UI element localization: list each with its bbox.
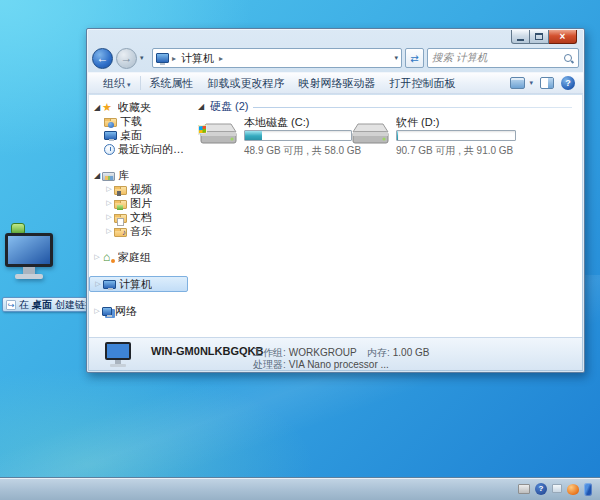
expander-icon[interactable] (92, 307, 102, 315)
explorer-window: 计算机 搜索 计算机 组织 系统属性 卸载或更改程序 映射网络驱动器 打开控制面… (86, 28, 585, 373)
address-dropdown-icon[interactable] (394, 54, 398, 62)
open-control-panel-button[interactable]: 打开控制面板 (383, 74, 463, 93)
uninstall-program-button[interactable]: 卸载或更改程序 (201, 74, 292, 93)
navigation-pane: 收藏夹 下载 桌面 最近访问的位置 库 (89, 95, 190, 337)
search-placeholder: 搜索 计算机 (432, 51, 563, 65)
sidebar-item-label: 网络 (115, 304, 137, 319)
bluetooth-icon[interactable] (584, 483, 592, 496)
documents-folder-icon (114, 214, 127, 223)
hard-drive-icon (350, 119, 390, 151)
back-button[interactable] (92, 48, 113, 69)
desktop-monitor-icon (104, 131, 117, 140)
expander-icon[interactable] (92, 253, 102, 261)
breadcrumb-arrow-icon[interactable] (219, 54, 223, 63)
sidebar-item-downloads[interactable]: 下载 (89, 114, 190, 128)
expander-icon[interactable] (104, 199, 114, 207)
computer-name: WIN-GM0NLKBGQKB (151, 345, 263, 357)
address-bar[interactable]: 计算机 (152, 48, 402, 68)
expander-icon[interactable] (104, 185, 114, 193)
preview-pane-button[interactable] (540, 77, 554, 89)
capacity-bar (396, 130, 516, 141)
views-icon (510, 77, 525, 89)
sidebar-item-label: 音乐 (130, 224, 152, 239)
close-button[interactable] (549, 30, 577, 44)
organize-button[interactable]: 组织 (96, 74, 138, 93)
expander-icon[interactable] (92, 171, 102, 180)
sidebar-item-recent-places[interactable]: 最近访问的位置 (89, 142, 190, 156)
pictures-folder-icon (114, 200, 127, 209)
maximize-button[interactable] (530, 30, 549, 44)
drive-group-header[interactable]: 硬盘 (2) (196, 99, 572, 114)
sidebar-item-libraries[interactable]: 库 (89, 168, 190, 182)
create-link-icon (6, 300, 16, 310)
sidebar-item-computer[interactable]: 计算机 (89, 276, 188, 292)
sidebar-item-desktop[interactable]: 桌面 (89, 128, 190, 142)
group-title: 硬盘 (2) (210, 99, 249, 114)
change-view-button[interactable] (510, 77, 533, 89)
sidebar-item-network[interactable]: 网络 (89, 304, 190, 318)
sidebar-item-homegroup[interactable]: 家庭组 (89, 250, 190, 264)
help-button[interactable] (561, 76, 575, 90)
map-network-drive-button[interactable]: 映射网络驱动器 (292, 74, 383, 93)
sidebar-item-label: 计算机 (119, 277, 152, 292)
expander-icon[interactable] (104, 213, 114, 221)
workgroup-value: WORKGROUP (289, 347, 357, 358)
minimize-button[interactable] (511, 30, 530, 44)
language-indicator-icon[interactable] (518, 484, 530, 494)
sidebar-item-videos[interactable]: 视频 (89, 182, 190, 196)
expander-icon[interactable] (92, 103, 102, 112)
sidebar-item-music[interactable]: 音乐 (89, 224, 190, 238)
sidebar-item-label: 下载 (120, 114, 142, 129)
capacity-bar (244, 130, 352, 141)
expander-icon[interactable] (196, 102, 206, 111)
memory-value: 1.00 GB (393, 347, 430, 358)
computer-crumb-icon (156, 53, 169, 63)
window-caption-buttons (511, 30, 577, 44)
sidebar-item-favorites[interactable]: 收藏夹 (89, 100, 190, 114)
taskbar[interactable] (0, 477, 600, 500)
sidebar-item-label: 桌面 (120, 128, 142, 143)
sidebar-item-pictures[interactable]: 图片 (89, 196, 190, 210)
star-icon (102, 102, 115, 113)
minimize-icon (517, 39, 524, 41)
drive-name: 软件 (D:) (396, 115, 530, 128)
window-content: 收藏夹 下载 桌面 最近访问的位置 库 (89, 95, 582, 337)
organize-label: 组织 (103, 77, 125, 89)
search-icon[interactable] (563, 53, 574, 64)
homegroup-icon (102, 252, 115, 263)
expander-icon[interactable] (93, 280, 103, 288)
drive-item-d[interactable]: 软件 (D:) 90.7 GB 可用 , 共 91.0 GB (350, 115, 530, 158)
hard-drive-icon (198, 119, 238, 151)
desktop-computer-icon[interactable] (1, 231, 57, 293)
system-properties-button[interactable]: 系统属性 (143, 74, 201, 93)
network-tray-icon[interactable] (552, 484, 562, 493)
maximize-icon (535, 33, 543, 40)
processor-value: VIA Nano processor ... (289, 359, 389, 370)
computer-monitor-icon (1, 231, 57, 283)
search-input[interactable]: 搜索 计算机 (427, 48, 579, 68)
system-tray (518, 478, 592, 500)
processor-field: 处理器:VIA Nano processor ... (253, 358, 389, 372)
processor-label: 处理器: (253, 359, 286, 370)
capacity-text: 48.9 GB 可用 , 共 58.0 GB (244, 144, 346, 158)
recent-pages-dropdown-icon[interactable] (140, 54, 149, 62)
chevron-down-icon (127, 81, 131, 88)
computer-icon (103, 341, 133, 368)
help-center-icon[interactable] (535, 483, 547, 495)
drive-item-c[interactable]: 本地磁盘 (C:) 48.9 GB 可用 , 共 58.0 GB (198, 115, 346, 158)
computer-monitor-icon (103, 280, 116, 289)
refresh-button[interactable] (405, 48, 424, 68)
libraries-icon (102, 172, 115, 181)
breadcrumb-location[interactable]: 计算机 (179, 51, 216, 66)
music-folder-icon (114, 228, 127, 237)
sidebar-item-documents[interactable]: 文档 (89, 210, 190, 224)
forward-button[interactable] (116, 48, 137, 69)
group-divider (253, 107, 573, 108)
navigation-bar: 计算机 搜索 计算机 (92, 46, 579, 70)
sidebar-item-label: 收藏夹 (118, 100, 151, 115)
security-alert-icon[interactable] (567, 484, 579, 495)
breadcrumb-arrow-icon[interactable] (172, 54, 176, 63)
chevron-down-icon (529, 79, 533, 87)
expander-icon[interactable] (104, 227, 114, 235)
tooltip-text-prefix: 在 (19, 298, 29, 312)
